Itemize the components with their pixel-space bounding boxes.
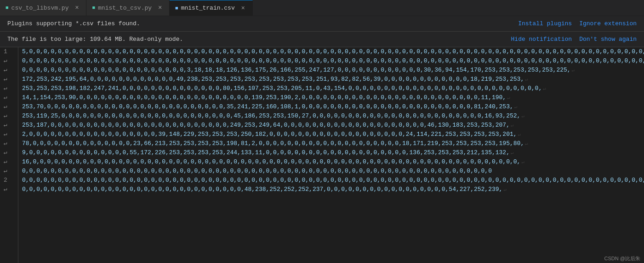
- install-plugins-link[interactable]: Install plugins: [518, 20, 572, 27]
- tab-close-1[interactable]: ×: [73, 5, 80, 11]
- line-number: ↵: [4, 75, 12, 84]
- line-content: 172,253,242,195,64,0,0,0,0,0,0,0,0,0,0,0…: [22, 75, 524, 84]
- ignore-extension-link[interactable]: Ignore extension: [579, 20, 637, 27]
- wrap-arrow-icon: ↵: [521, 157, 524, 167]
- tab-csv-to-libsvm[interactable]: ■ csv_to_libsvm.py ×: [0, 0, 86, 16]
- code-line: 172,253,242,195,64,0,0,0,0,0,0,0,0,0,0,0…: [22, 75, 644, 84]
- code-line: 0,0,0,0,0,0,0,0,0,0,0,0,0,0,0,0,0,0,0,0,…: [22, 56, 644, 66]
- line-content: 253,70,0,0,0,0,0,0,0,0,0,0,0,0,0,0,0,0,0…: [22, 102, 513, 112]
- tab-label-2: mnist_to_csv.py: [98, 5, 152, 11]
- line-content: 14,1,154,253,90,0,0,0,0,0,0,0,0,0,0,0,0,…: [22, 93, 506, 102]
- line-number: ↵: [4, 56, 12, 66]
- filesize-actions: Hide notification Don't show again: [511, 36, 637, 43]
- code-line: 14,1,154,253,90,0,0,0,0,0,0,0,0,0,0,0,0,…: [22, 93, 644, 102]
- line-number: ↵: [4, 167, 12, 176]
- wrap-arrow-icon: ↵: [521, 112, 524, 121]
- line-number: ↵: [4, 185, 12, 194]
- code-line: 78,0,0,0,0,0,0,0,0,0,0,0,0,0,0,23,66,213…: [22, 139, 644, 148]
- tab-label-3: mnist_train.csv: [181, 5, 235, 11]
- code-container: 1↵↵↵↵↵↵↵↵↵↵↵↵↵2↵ 5,0,0,0,0,0,0,0,0,0,0,0…: [0, 47, 644, 263]
- line-number: 1: [4, 47, 12, 56]
- tab-label-1: csv_to_libsvm.py: [11, 5, 69, 11]
- code-line: 253,70,0,0,0,0,0,0,0,0,0,0,0,0,0,0,0,0,0…: [22, 102, 644, 112]
- line-content: 16,0,0,0,0,0,0,0,0,0,0,0,0,0,0,0,0,0,0,0…: [22, 157, 520, 167]
- line-number: ↵: [4, 157, 12, 167]
- line-content: 2,0,0,0,0,0,0,0,0,0,0,0,0,0,0,0,0,0,0,39…: [22, 130, 517, 139]
- code-line: 0,0,0,0,0,0,0,0,0,0,0,0,0,0,0,0,0,0,0,0,…: [22, 66, 644, 75]
- file-icon-tab3: ■: [175, 6, 178, 11]
- wrap-arrow-icon: ↵: [525, 139, 528, 148]
- line-content: 0,0,0,0,0,0,0,0,0,0,0,0,0,0,0,0,0,0,0,0,…: [22, 167, 492, 176]
- plugins-actions: Install plugins Ignore extension: [518, 20, 637, 27]
- line-content: 9,0,0,0,0,0,0,0,0,0,0,0,0,0,0,55,172,226…: [22, 148, 510, 157]
- line-content: 253,187,0,0,0,0,0,0,0,0,0,0,0,0,0,0,0,0,…: [22, 121, 510, 130]
- code-line: 5,0,0,0,0,0,0,0,0,0,0,0,0,0,0,0,0,0,0,0,…: [22, 47, 644, 56]
- code-line: 0,0,0,0,0,0,0,0,0,0,0,0,0,0,0,0,0,0,0,0,…: [22, 185, 644, 194]
- code-line: 253,187,0,0,0,0,0,0,0,0,0,0,0,0,0,0,0,0,…: [22, 121, 644, 130]
- tab-close-2[interactable]: ×: [156, 5, 164, 11]
- wrap-arrow-icon: ↵: [514, 102, 518, 112]
- wrap-arrow-icon: ↵: [503, 185, 507, 194]
- wrap-arrow-icon: ↵: [572, 66, 575, 75]
- line-number: ↵: [4, 102, 12, 112]
- wrap-arrow-icon: ↵: [511, 148, 514, 157]
- line-numbers: 1↵↵↵↵↵↵↵↵↵↵↵↵↵2↵: [0, 47, 18, 263]
- line-content: 5,0,0,0,0,0,0,0,0,0,0,0,0,0,0,0,0,0,0,0,…: [22, 47, 644, 56]
- plugins-message: Plugins supporting *.csv files found.: [7, 20, 518, 27]
- line-content: 0,0,0,0,0,0,0,0,0,0,0,0,0,0,0,0,0,0,0,0,…: [22, 66, 571, 75]
- wrap-arrow-icon: ↵: [518, 130, 521, 139]
- tab-mnist-to-csv[interactable]: ■ mnist_to_csv.py ×: [86, 0, 170, 16]
- wrap-arrow-icon: ↵: [511, 121, 514, 130]
- dont-show-again-link[interactable]: Don't show again: [579, 36, 637, 43]
- tab-close-3[interactable]: ×: [239, 5, 247, 11]
- line-number: 2: [4, 176, 12, 185]
- hide-notification-link[interactable]: Hide notification: [511, 36, 572, 43]
- code-line: 253,119,25,0,0,0,0,0,0,0,0,0,0,0,0,0,0,0…: [22, 112, 644, 121]
- file-icon-tab2: ■: [92, 5, 95, 11]
- code-lines: 5,0,0,0,0,0,0,0,0,0,0,0,0,0,0,0,0,0,0,0,…: [18, 47, 644, 263]
- line-number: ↵: [4, 139, 12, 148]
- code-line: 16,0,0,0,0,0,0,0,0,0,0,0,0,0,0,0,0,0,0,0…: [22, 157, 644, 167]
- line-number: ↵: [4, 66, 12, 75]
- content-area: 1↵↵↵↵↵↵↵↵↵↵↵↵↵2↵ 5,0,0,0,0,0,0,0,0,0,0,0…: [0, 47, 644, 263]
- code-line: 2,0,0,0,0,0,0,0,0,0,0,0,0,0,0,0,0,0,0,39…: [22, 130, 644, 139]
- file-icon-tab1: ■: [6, 5, 9, 11]
- line-number: ↵: [4, 84, 12, 93]
- line-content: 253,119,25,0,0,0,0,0,0,0,0,0,0,0,0,0,0,0…: [22, 112, 520, 121]
- line-content: 0,0,0,0,0,0,0,0,0,0,0,0,0,0,0,0,0,0,0,0,…: [22, 185, 502, 194]
- filesize-message: The file is too large: 109.64 MB. Read-o…: [7, 36, 511, 43]
- code-line: 0,0,0,0,0,0,0,0,0,0,0,0,0,0,0,0,0,0,0,0,…: [22, 167, 644, 176]
- code-line: 253,253,253,198,182,247,241,0,0,0,0,0,0,…: [22, 84, 644, 93]
- line-content: 253,253,253,198,182,247,241,0,0,0,0,0,0,…: [22, 84, 542, 93]
- tab-mnist-train-csv[interactable]: ■ mnist_train.csv ×: [170, 0, 253, 16]
- wrap-arrow-icon: ↵: [507, 93, 510, 102]
- line-number: ↵: [4, 112, 12, 121]
- code-line: 9,0,0,0,0,0,0,0,0,0,0,0,0,0,0,55,172,226…: [22, 148, 644, 157]
- filesize-notification: The file is too large: 109.64 MB. Read-o…: [0, 32, 644, 47]
- watermark: CSDN @比后朱: [604, 255, 640, 262]
- line-number: ↵: [4, 130, 12, 139]
- plugins-notification: Plugins supporting *.csv files found. In…: [0, 16, 644, 32]
- tab-bar: ■ csv_to_libsvm.py × ■ mnist_to_csv.py ×…: [0, 0, 644, 16]
- line-content: 78,0,0,0,0,0,0,0,0,0,0,0,0,0,0,23,66,213…: [22, 139, 524, 148]
- line-number: ↵: [4, 148, 12, 157]
- wrap-arrow-icon: ↵: [543, 84, 546, 93]
- line-number: ↵: [4, 121, 12, 130]
- line-content: 0,0,0,0,0,0,0,0,0,0,0,0,0,0,0,0,0,0,0,0,…: [22, 176, 644, 185]
- line-number: ↵: [4, 93, 12, 102]
- code-line: 0,0,0,0,0,0,0,0,0,0,0,0,0,0,0,0,0,0,0,0,…: [22, 176, 644, 185]
- wrap-arrow-icon: ↵: [525, 75, 528, 84]
- line-content: 0,0,0,0,0,0,0,0,0,0,0,0,0,0,0,0,0,0,0,0,…: [22, 56, 644, 66]
